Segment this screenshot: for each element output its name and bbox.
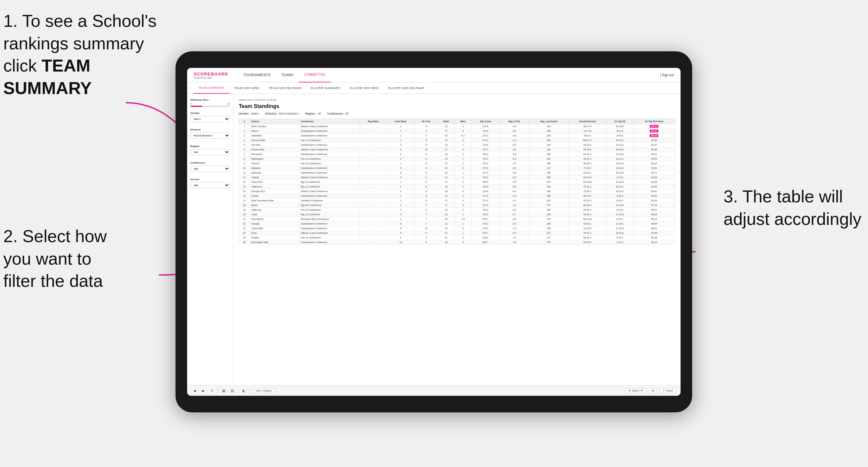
cell-overall: 90-51-2 (569, 231, 607, 236)
cell-adj-score: 274.2 (471, 138, 499, 143)
cell-rank: 17 (239, 198, 250, 203)
col-wins: Wins (455, 119, 471, 124)
cell-avg-par: -5.0 (499, 143, 529, 147)
toolbar-clock-icon[interactable]: ◐ (241, 388, 247, 394)
cell-reg-rank: - (360, 129, 386, 133)
tablet-screen: SCOREBOARD Powered by clippi TOURNAMENTS… (187, 68, 681, 396)
watch-btn[interactable]: 👁 Watch ▼ (625, 388, 646, 393)
cell-rnds: 24 (438, 194, 455, 198)
sidebar-region-select[interactable]: N/A (190, 149, 230, 155)
nav-committee[interactable]: COMMITTEE (299, 68, 331, 83)
cell-rnds: 26 (438, 189, 455, 194)
cell-reg-rank: - (360, 133, 386, 138)
cell-conference: Southeastern Conference (299, 133, 360, 138)
cell-vs-top25: 33-25-2 (607, 147, 633, 152)
cell-adj-score: 274.8 (471, 143, 499, 147)
sidebar-conference-select[interactable]: (All) (190, 165, 230, 172)
sidebar-gender-select[interactable]: Men's (190, 116, 230, 122)
cell-avg-par: -6.0 (499, 175, 529, 180)
cell-rnds: 24 (438, 208, 455, 212)
cell-conf-rank: 1 (386, 124, 415, 129)
sub-nav-player-h2h-grid[interactable]: PLAYER H2H GRID (345, 83, 383, 94)
table-row: 19CaliforniaPac-12 Conference-48242278.2… (239, 208, 675, 212)
sub-nav-team-summary[interactable]: TEAM SUMMARY (194, 83, 229, 94)
cell-reg-rank: - (360, 152, 386, 157)
watch-icon: 👁 (628, 389, 631, 392)
cell-conference: Southeastern Conference (299, 222, 360, 226)
toolbar-layout-btn[interactable]: ⊞ (649, 388, 657, 393)
cell-vs-top50-points: 88.27 (633, 208, 675, 212)
filter-conference-value: All (345, 112, 348, 115)
cell-vs-top25: 11-19-0 (607, 152, 633, 157)
cell-school: Tennessee (250, 152, 299, 157)
table-row: 6Florida StateAtlantic Coast Conference-… (239, 147, 675, 152)
cell-wins: 1 (455, 222, 471, 226)
cell-conf-rank: 1 (386, 133, 415, 138)
cell-no-tour: 9 (415, 180, 438, 185)
cell-rnds: 18 (438, 143, 455, 147)
toolbar-back-icon[interactable]: ◀ (192, 388, 198, 394)
cell-conference: Atlantic Coast Conference (299, 231, 360, 236)
cell-wins: 4 (455, 194, 471, 198)
cell-overall: 104-42-3 (569, 180, 607, 185)
cell-wins: 1.8 (455, 217, 471, 222)
cell-wins: 2 (455, 208, 471, 212)
table-area: Update time: 27/03/2024 16:56:26 Team St… (234, 94, 681, 385)
filter-region-value: All (318, 112, 320, 115)
cell-conference: Big Ten Conference (299, 203, 360, 208)
view-original-btn[interactable]: View: Original (252, 388, 275, 393)
cell-reg-rank: - (360, 147, 386, 152)
cell-wins: 0 (455, 236, 471, 240)
cell-vs-top50-points: 88.13 (633, 240, 675, 245)
cell-reg-rank: - (360, 222, 386, 226)
cell-vs-top25: 12-13-0 (607, 203, 633, 208)
cell-vs-top25: 28-6-0 (607, 133, 633, 138)
cell-overall: 59-39-1 (569, 222, 607, 226)
sidebar-range-slider[interactable] (190, 106, 230, 107)
cell-vs-top25: 11-29-1 (607, 222, 633, 226)
cell-overall: 117-4-0 (569, 129, 607, 133)
sub-nav-player-h2h-heatmap[interactable]: PLAYER H2H HEATMAP (383, 83, 429, 94)
sub-nav-player-summary[interactable]: PLAYER SUMMARY (306, 83, 345, 94)
toolbar-copy-icon[interactable]: ▦ (221, 388, 226, 394)
cell-rnds: 24 (438, 175, 455, 180)
filter-row: Gender: Men's Division: NCAA Division I … (239, 112, 675, 115)
table-row: 4Arizona StatePac-12 Conference-19264274… (239, 138, 675, 143)
cell-reg-rank: - (360, 217, 386, 222)
cell-overall: 63-15-1 (569, 143, 607, 147)
sign-out-link[interactable]: | Sign out (660, 73, 674, 77)
table-row: 12VirginiaAtlantic Coast Conference-3824… (239, 175, 675, 180)
cell-avg-low: 262 (529, 143, 568, 147)
cell-adj-score: 279.3 (471, 226, 499, 231)
cell-avg-low: 269 (529, 226, 568, 231)
toolbar-forward-icon[interactable]: ▶ (200, 388, 206, 394)
cell-avg-low: 264 (529, 147, 568, 152)
nav-tournaments[interactable]: TOURNAMENTS (238, 68, 276, 83)
toolbar-reload-icon[interactable]: ↻ (209, 388, 215, 394)
cell-vs-top50-points: 85.16 (633, 198, 675, 203)
sidebar-school-select[interactable]: (All) (190, 182, 230, 188)
cell-overall: 87-21-2 (569, 198, 607, 203)
cell-adj-score: 278.9 (471, 212, 499, 217)
cell-rnds: 27 (438, 147, 455, 152)
toolbar-paste-icon[interactable]: ▧ (229, 388, 235, 394)
share-btn[interactable]: ⇧ Share (660, 388, 676, 393)
cell-vs-top25: 8-14-0 (607, 208, 633, 212)
cell-vs-top50-points: 88.42 (633, 226, 675, 231)
cell-wins: 2 (455, 161, 471, 166)
cell-overall: 72-30-1 (569, 166, 607, 170)
col-conf-rank: Conf Rank (386, 119, 415, 124)
cell-school: Alabama (250, 166, 299, 170)
toolbar: ◀ ▶ ↻ ▦ ▧ ◐ View: Original 👁 Watch ▼ ⊞ ⇧ (187, 385, 681, 396)
sub-nav-team-h2h-heatmap[interactable]: TEAM H2H HEATMAP (264, 83, 306, 94)
cell-avg-par: 0.7 (499, 212, 529, 217)
nav-teams[interactable]: TEAMS (276, 68, 299, 83)
cell-adj-score: 276.9 (471, 166, 499, 170)
sub-nav-team-h2h-grid[interactable]: TEAM H2H GRID (229, 83, 264, 94)
sidebar-conference-label: Conference (190, 161, 230, 164)
cell-wins: 1 (455, 170, 471, 175)
cell-reg-rank: - (360, 138, 386, 143)
cell-school: Arkansas (250, 170, 299, 175)
sidebar-division-select[interactable]: NCAA Division I (190, 132, 230, 139)
cell-overall: 60-39-2 (569, 240, 607, 245)
